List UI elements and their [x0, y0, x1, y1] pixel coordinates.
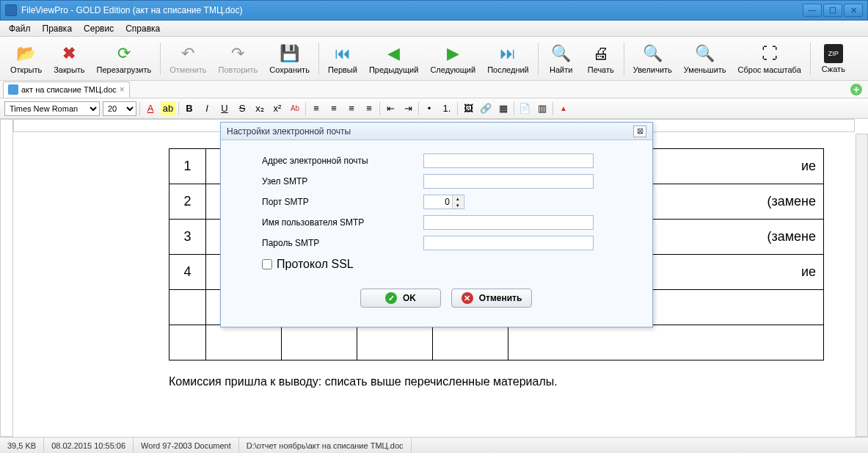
- reload-icon: ⟳: [114, 43, 134, 64]
- menu-file[interactable]: Файл: [3, 22, 37, 35]
- close-button[interactable]: ✖Закрыть: [49, 38, 89, 79]
- search-icon: 🔍: [551, 43, 572, 64]
- check-icon: ✓: [385, 292, 397, 304]
- cancel-icon: ✕: [462, 292, 473, 304]
- email-settings-dialog: Настройки электронной почты ⊠ Адрес элек…: [220, 122, 653, 327]
- next-icon: ▶: [442, 43, 463, 64]
- align-left-button[interactable]: ≡: [309, 101, 324, 116]
- tab-close-icon[interactable]: ×: [120, 84, 125, 95]
- save-icon: 💾: [280, 43, 300, 64]
- open-button[interactable]: 📂Открыть: [6, 38, 46, 79]
- image-button[interactable]: 🖼: [461, 101, 475, 116]
- status-datetime: 08.02.2015 10:55:06: [44, 438, 134, 453]
- spin-up-icon[interactable]: ▴: [453, 195, 463, 202]
- email-label: Адрес электронной почты: [262, 156, 423, 166]
- smtp-pass-input[interactable]: [423, 236, 594, 250]
- conclusion-text: Комиссия пришла к выводу: списать выше п…: [169, 375, 824, 388]
- status-size: 39,5 KB: [0, 438, 44, 453]
- x-icon: ✖: [59, 43, 79, 64]
- highlight-button[interactable]: ab: [161, 101, 175, 116]
- undo-icon: ↶: [178, 43, 198, 64]
- ssl-checkbox[interactable]: [262, 259, 272, 269]
- columns-button[interactable]: ▥: [535, 101, 550, 116]
- document-tab[interactable]: акт на списание ТМЦ.doc ×: [3, 81, 130, 98]
- smtp-host-input[interactable]: [423, 174, 594, 189]
- tabbar: акт на списание ТМЦ.doc × +: [0, 81, 868, 98]
- email-input[interactable]: [423, 153, 594, 168]
- align-center-button[interactable]: ≡: [327, 101, 341, 116]
- bold-button[interactable]: B: [182, 101, 197, 116]
- prev-button[interactable]: ◀Предыдущий: [365, 38, 423, 79]
- dialog-title: Настройки электронной почты: [227, 126, 351, 137]
- zip-icon: ZIP: [824, 44, 843, 63]
- indent-button[interactable]: ⇥: [401, 101, 415, 116]
- ruler-vertical[interactable]: [0, 119, 13, 437]
- smtp-pass-label: Пароль SMTP: [262, 238, 423, 248]
- save-button[interactable]: 💾Сохранить: [265, 38, 314, 79]
- redo-button[interactable]: ↷Повторить: [214, 38, 263, 79]
- compress-button[interactable]: ZIPСжать: [815, 38, 852, 79]
- align-justify-button[interactable]: ≡: [362, 101, 376, 116]
- menu-service[interactable]: Сервис: [78, 22, 120, 35]
- ssl-label: Протокол SSL: [277, 258, 354, 271]
- smtp-user-label: Имя пользователя SMTP: [262, 217, 423, 228]
- bullets-button[interactable]: •: [422, 101, 437, 116]
- prev-icon: ◀: [384, 43, 404, 64]
- minimize-button[interactable]: —: [803, 4, 822, 17]
- smtp-user-input[interactable]: [423, 215, 594, 230]
- menubar: Файл Правка Сервис Справка: [0, 21, 868, 37]
- statusbar: 39,5 KB 08.02.2015 10:55:06 Word 97-2003…: [0, 437, 868, 453]
- numbering-button[interactable]: 1.: [440, 101, 454, 116]
- redo-icon: ↷: [227, 43, 248, 64]
- status-type: Word 97-2003 Document: [134, 438, 239, 453]
- abc-button[interactable]: Ab: [288, 101, 302, 116]
- window-title: FileViewPro - GOLD Edition (акт на списа…: [21, 5, 803, 15]
- reload-button[interactable]: ⟳Перезагрузить: [92, 38, 156, 79]
- first-icon: ⏮: [332, 43, 353, 64]
- last-button[interactable]: ⏭Последний: [483, 38, 533, 79]
- smtp-port-input[interactable]: [424, 197, 452, 207]
- smtp-port-label: Порт SMTP: [262, 197, 423, 207]
- undo-button[interactable]: ↶Отменить: [165, 38, 211, 79]
- dialog-titlebar[interactable]: Настройки электронной почты ⊠: [221, 123, 652, 140]
- find-button[interactable]: 🔍Найти: [543, 38, 580, 79]
- menu-edit[interactable]: Правка: [37, 22, 79, 35]
- smtp-port-spinner[interactable]: ▴▾: [423, 195, 464, 209]
- table-button[interactable]: ▦: [496, 101, 511, 116]
- titlebar: FileViewPro - GOLD Edition (акт на списа…: [0, 0, 868, 21]
- zoom-reset-icon: ⛶: [759, 43, 780, 64]
- scrollbar-vertical[interactable]: [856, 134, 868, 437]
- folder-icon: 📂: [16, 43, 37, 64]
- italic-button[interactable]: I: [200, 101, 214, 116]
- cancel-button[interactable]: ✕Отменить: [451, 289, 532, 308]
- outdent-button[interactable]: ⇤: [383, 101, 398, 116]
- page-button[interactable]: 📄: [517, 101, 532, 116]
- align-right-button[interactable]: ≡: [344, 101, 359, 116]
- superscript-button[interactable]: x²: [270, 101, 285, 116]
- subscript-button[interactable]: x₂: [252, 101, 267, 116]
- zoom-out-icon: 🔍: [695, 43, 715, 64]
- first-button[interactable]: ⏮Первый: [324, 38, 362, 79]
- underline-button[interactable]: U: [217, 101, 232, 116]
- dialog-close-button[interactable]: ⊠: [633, 126, 646, 137]
- font-color-button[interactable]: A: [143, 101, 158, 116]
- close-window-button[interactable]: ✕: [844, 4, 863, 17]
- smtp-host-label: Узел SMTP: [262, 176, 423, 186]
- font-family-select[interactable]: Times New Roman: [4, 101, 100, 116]
- font-size-select[interactable]: 20: [103, 101, 136, 116]
- menu-help[interactable]: Справка: [120, 22, 166, 35]
- next-button[interactable]: ▶Следующий: [426, 38, 480, 79]
- spin-down-icon[interactable]: ▾: [453, 202, 463, 209]
- maximize-button[interactable]: ☐: [823, 4, 842, 17]
- doc-icon: [8, 84, 18, 95]
- zoom-reset-button[interactable]: ⛶Сброс масштаба: [734, 38, 806, 79]
- strike-button[interactable]: S: [235, 101, 249, 116]
- tab-label: акт на списание ТМЦ.doc: [21, 85, 117, 94]
- zoom-out-button[interactable]: 🔍Уменьшить: [679, 38, 731, 79]
- ok-button[interactable]: ✓OK: [360, 289, 441, 308]
- link-button[interactable]: 🔗: [478, 101, 493, 116]
- zoom-in-button[interactable]: 🔍Увеличить: [629, 38, 676, 79]
- print-button[interactable]: 🖨Печать: [583, 38, 619, 79]
- add-tab-button[interactable]: +: [850, 84, 862, 95]
- pdf-button[interactable]: ▲: [556, 101, 571, 116]
